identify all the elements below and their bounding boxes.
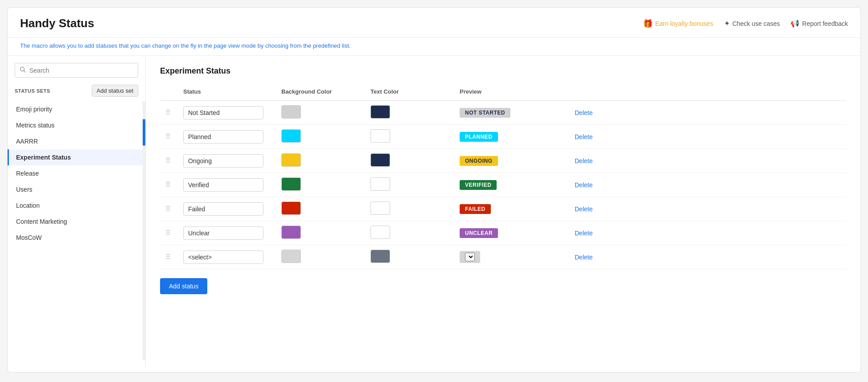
text-color-swatch-ongoing[interactable] xyxy=(370,153,390,167)
status-input-ongoing[interactable] xyxy=(183,154,263,168)
report-feedback-action[interactable]: 📢 Report feedback xyxy=(790,19,848,28)
add-status-set-button[interactable]: Add status set xyxy=(92,85,138,97)
search-wrapper xyxy=(8,63,145,85)
text-color-swatch-not-started[interactable] xyxy=(370,105,390,119)
preview-badge-ongoing: ONGOING xyxy=(460,156,498,166)
sidebar-item-experiment-status[interactable]: Experiment Status xyxy=(8,149,145,165)
delete-button-planned[interactable]: Delete xyxy=(571,131,596,142)
table-row: ⠿ NOT STARTED Delete xyxy=(160,101,846,125)
status-input-planned[interactable] xyxy=(183,130,263,144)
page-wrapper: Handy Status 🎁 Earn loyalty bonuses ✦ Ch… xyxy=(7,7,861,373)
bg-color-swatch-select[interactable] xyxy=(281,250,301,263)
earn-loyalty-action[interactable]: 🎁 Earn loyalty bonuses xyxy=(643,19,713,29)
sidebar-section-title: STATUS SETS xyxy=(15,88,50,94)
status-input-select[interactable] xyxy=(183,251,263,264)
subtitle: The macro allows you to add statuses tha… xyxy=(8,38,860,56)
add-status-button[interactable]: Add status xyxy=(160,278,207,294)
sidebar-item-metrics-status[interactable]: Metrics status xyxy=(8,117,145,133)
bg-color-swatch-failed[interactable] xyxy=(281,201,301,215)
sparkle-icon: ✦ xyxy=(724,19,730,28)
status-input-failed[interactable] xyxy=(183,202,263,216)
megaphone-icon: 📢 xyxy=(790,19,799,28)
sidebar-item-aarrr[interactable]: AARRR xyxy=(8,133,145,149)
search-input[interactable] xyxy=(29,67,133,74)
scroll-indicator xyxy=(143,101,145,361)
table-row: ⠿ Delete xyxy=(160,245,846,269)
preview-badge-verified: VERIFIED xyxy=(460,180,497,190)
delete-button-select[interactable]: Delete xyxy=(571,252,596,263)
sidebar-item-location[interactable]: Location xyxy=(8,197,145,214)
status-input-verified[interactable] xyxy=(183,178,263,192)
th-action xyxy=(566,85,846,101)
svg-line-1 xyxy=(24,71,26,73)
delete-button-verified[interactable]: Delete xyxy=(571,180,596,190)
sidebar-list: Emoji priorityMetrics statusAARRRExperim… xyxy=(8,101,145,361)
drag-handle[interactable]: ⠿ xyxy=(165,253,171,261)
bg-color-swatch-planned[interactable] xyxy=(281,129,301,143)
preview-badge-not-started: NOT STARTED xyxy=(460,108,510,118)
sidebar-item-release[interactable]: Release xyxy=(8,165,145,181)
drag-handle[interactable]: ⠿ xyxy=(165,229,171,237)
drag-handle[interactable]: ⠿ xyxy=(165,133,171,140)
drag-handle[interactable]: ⠿ xyxy=(165,181,171,189)
bg-color-swatch-unclear[interactable] xyxy=(281,226,301,239)
th-status: Status xyxy=(178,85,276,101)
drag-handle[interactable]: ⠿ xyxy=(165,109,171,116)
status-table-body: ⠿ NOT STARTED Delete ⠿ PLANNED xyxy=(160,101,846,269)
table-row: ⠿ VERIFIED Delete xyxy=(160,173,846,197)
table-row: ⠿ UNCLEAR Delete xyxy=(160,221,846,245)
top-header: Handy Status 🎁 Earn loyalty bonuses ✦ Ch… xyxy=(8,8,860,38)
sidebar-section-header: STATUS SETS Add status set xyxy=(8,85,145,101)
delete-button-failed[interactable]: Delete xyxy=(571,204,596,214)
earn-loyalty-label: Earn loyalty bonuses xyxy=(655,20,713,27)
preview-badge-failed: FAILED xyxy=(460,204,491,214)
sidebar: STATUS SETS Add status set Emoji priorit… xyxy=(8,56,146,368)
bg-color-swatch-ongoing[interactable] xyxy=(281,153,301,167)
table-header: Status Background Color Text Color Previ… xyxy=(160,85,846,101)
sidebar-item-content-marketing[interactable]: Content Marketing xyxy=(8,214,145,230)
text-color-swatch-planned[interactable] xyxy=(370,129,390,143)
table-row: ⠿ FAILED Delete xyxy=(160,197,846,221)
th-bg-color: Background Color xyxy=(276,85,365,101)
delete-button-ongoing[interactable]: Delete xyxy=(571,156,596,166)
text-color-swatch-failed[interactable] xyxy=(370,201,390,215)
report-feedback-label: Report feedback xyxy=(802,20,848,27)
content-area: Experiment Status Status Background Colo… xyxy=(146,56,860,368)
status-input-not-started[interactable] xyxy=(183,106,263,119)
th-text-color: Text Color xyxy=(365,85,454,101)
status-input-unclear[interactable] xyxy=(183,226,263,240)
delete-button-unclear[interactable]: Delete xyxy=(571,228,596,238)
header-actions: 🎁 Earn loyalty bonuses ✦ Check use cases… xyxy=(643,19,848,29)
app-title: Handy Status xyxy=(20,16,94,30)
bg-color-swatch-verified[interactable] xyxy=(281,177,301,191)
check-use-cases-label: Check use cases xyxy=(732,20,780,27)
search-container[interactable] xyxy=(15,63,138,78)
search-icon xyxy=(20,66,26,74)
th-drag xyxy=(160,85,178,101)
status-table: Status Background Color Text Color Previ… xyxy=(160,85,846,269)
check-use-cases-action[interactable]: ✦ Check use cases xyxy=(724,19,780,28)
text-color-swatch-unclear[interactable] xyxy=(370,226,390,239)
preview-badge-planned: PLANNED xyxy=(460,132,498,142)
sidebar-item-moscow[interactable]: MosCoW xyxy=(8,230,145,246)
sidebar-item-emoji-priority[interactable]: Emoji priority xyxy=(8,101,145,117)
bg-color-swatch-not-started[interactable] xyxy=(281,105,301,119)
th-preview: Preview xyxy=(454,85,566,101)
delete-button-not-started[interactable]: Delete xyxy=(571,107,596,118)
main-layout: STATUS SETS Add status set Emoji priorit… xyxy=(8,56,860,368)
gift-icon: 🎁 xyxy=(643,19,653,29)
text-color-swatch-verified[interactable] xyxy=(370,177,390,191)
preview-badge-unclear: UNCLEAR xyxy=(460,228,498,238)
table-row: ⠿ PLANNED Delete xyxy=(160,125,846,149)
sidebar-item-users[interactable]: Users xyxy=(8,181,145,197)
table-row: ⠿ ONGOING Delete xyxy=(160,149,846,173)
text-color-swatch-select[interactable] xyxy=(370,250,390,263)
drag-handle[interactable]: ⠿ xyxy=(165,157,171,164)
drag-handle[interactable]: ⠿ xyxy=(165,205,171,213)
content-title: Experiment Status xyxy=(160,66,846,76)
preview-badge-select xyxy=(460,251,480,263)
scroll-thumb xyxy=(143,119,145,146)
